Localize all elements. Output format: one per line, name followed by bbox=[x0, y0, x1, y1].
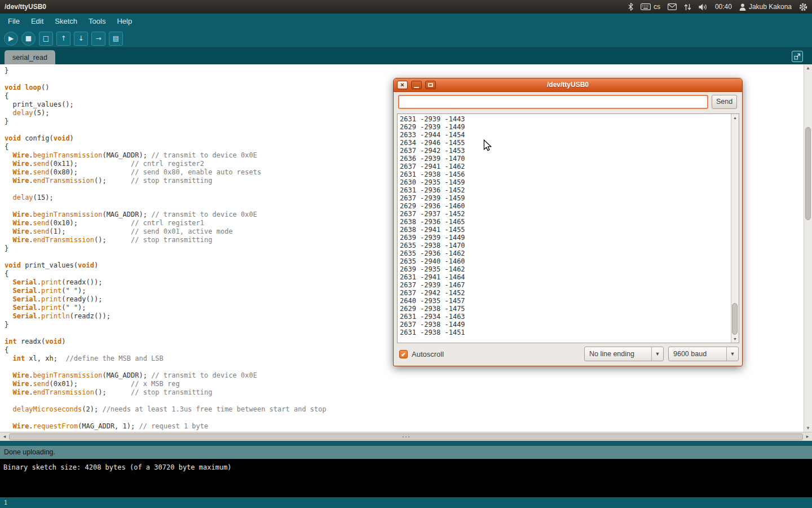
chevron-down-icon[interactable]: ▼ bbox=[651, 347, 663, 361]
minimize-button[interactable] bbox=[411, 81, 422, 89]
code-line[interactable]: Wire.beginTransmission(MAG_ADDR); // tra… bbox=[5, 371, 801, 380]
serial-output-line: 2631 -2936 -1452 bbox=[400, 186, 730, 194]
serial-output-line: 2637 -2941 -1462 bbox=[400, 163, 730, 170]
serial-output-line: 2635 -2940 -1460 bbox=[400, 257, 730, 265]
menu-sketch[interactable]: Sketch bbox=[49, 14, 83, 29]
menu-edit[interactable]: Edit bbox=[25, 14, 49, 29]
send-button[interactable]: Send bbox=[712, 95, 737, 109]
save-button[interactable]: ↓ bbox=[74, 32, 88, 46]
verify-button[interactable]: ▶ bbox=[4, 32, 18, 46]
serial-output-line: 2629 -2936 -1460 bbox=[400, 202, 730, 210]
line-number-indicator: 1 bbox=[4, 499, 7, 506]
tab-menu-button[interactable] bbox=[792, 51, 803, 62]
code-line[interactable]: Wire.requestFrom(MAG_ADDR, 1); // reques… bbox=[5, 422, 801, 431]
user-name: Jakub Kakona bbox=[749, 3, 792, 11]
window-title: /dev/ttyUSB0 bbox=[394, 78, 742, 91]
open-button[interactable]: ↑ bbox=[56, 32, 70, 46]
serial-send-input[interactable] bbox=[398, 95, 708, 109]
footer-bar: 1 bbox=[0, 497, 812, 508]
serial-output-line: 2629 -2938 -1475 bbox=[400, 305, 730, 313]
serial-monitor-button[interactable]: ▤ bbox=[109, 32, 123, 46]
serial-output-line: 2631 -2939 -1443 bbox=[400, 115, 730, 123]
user-menu[interactable]: Jakub Kakona bbox=[739, 3, 792, 11]
scroll-up-arrow-icon[interactable]: ▲ bbox=[804, 64, 812, 72]
build-console: Binary sketch size: 4208 bytes (of a 307… bbox=[0, 459, 812, 497]
serial-output-line: 2634 -2946 -1455 bbox=[400, 139, 730, 147]
menu-help[interactable]: Help bbox=[111, 14, 138, 29]
serial-output-line: 2633 -2944 -1454 bbox=[400, 131, 730, 139]
serial-output-line: 2639 -2935 -1462 bbox=[400, 265, 730, 273]
serial-output-line: 2637 -2938 -1449 bbox=[400, 321, 730, 329]
serial-output-line: 2631 -2938 -1451 bbox=[400, 329, 730, 336]
serial-output-line: 2638 -2936 -1465 bbox=[400, 218, 730, 226]
editor-vertical-scrollbar[interactable]: ▲ ▼ bbox=[804, 64, 812, 432]
tab-serial-read[interactable]: serial_read bbox=[5, 50, 55, 64]
serial-scrollbar-thumb[interactable] bbox=[732, 303, 738, 335]
separator-strip bbox=[0, 441, 812, 446]
line-ending-value: No line ending bbox=[589, 347, 650, 361]
stop-icon: ■ bbox=[25, 35, 32, 42]
menu-tools[interactable]: Tools bbox=[83, 14, 111, 29]
editor-scrollbar-thumb[interactable] bbox=[805, 127, 811, 220]
close-icon: × bbox=[400, 82, 404, 88]
toolbar-buttons: ▶■□↑↓→▤ bbox=[4, 32, 123, 46]
serial-scroll-up-icon[interactable]: ▲ bbox=[731, 114, 739, 121]
autoscroll-checkbox[interactable]: ✔ bbox=[399, 350, 408, 358]
panel-indicators: cs 00:40 Jakub Kakona bbox=[628, 3, 807, 11]
serial-output-line: 2637 -2939 -1467 bbox=[400, 281, 730, 289]
scroll-down-arrow-icon[interactable]: ▼ bbox=[804, 424, 812, 432]
serial-monitor-controls: ✔ Autoscroll No line ending ▼ 9600 baud … bbox=[394, 342, 742, 366]
code-line[interactable]: delayMicroseconds(2); //needs at least 1… bbox=[5, 405, 801, 414]
serial-output-line: 2630 -2935 -1459 bbox=[400, 178, 730, 186]
send-label: Send bbox=[716, 98, 732, 106]
bluetooth-indicator[interactable] bbox=[628, 3, 633, 11]
clock-text: 00:40 bbox=[715, 3, 732, 11]
serial-output-lines: 2631 -2939 -14432629 -2939 -14492633 -29… bbox=[400, 115, 730, 336]
code-line[interactable]: Wire.endTransmission(); // stop transmit… bbox=[5, 388, 801, 397]
panel-window-title: /dev/ttyUSB0 bbox=[5, 3, 46, 11]
editor-horizontal-scrollbar[interactable]: ◂ ▸ bbox=[0, 432, 812, 441]
network-sync-icon bbox=[684, 3, 691, 11]
scroll-right-arrow-icon[interactable]: ▸ bbox=[803, 432, 812, 441]
clock[interactable]: 00:40 bbox=[715, 3, 732, 11]
keyboard-layout-code: cs bbox=[654, 3, 660, 11]
code-line[interactable] bbox=[5, 397, 801, 405]
autoscroll-label: Autoscroll bbox=[412, 350, 444, 358]
keyboard-layout-indicator[interactable]: cs bbox=[641, 3, 660, 11]
status-text: Done uploading. bbox=[4, 448, 55, 456]
serial-output-line: 2631 -2941 -1464 bbox=[400, 273, 730, 281]
volume-indicator[interactable] bbox=[699, 3, 708, 11]
serial-output-line: 2638 -2941 -1455 bbox=[400, 226, 730, 234]
baud-rate-dropdown[interactable]: 9600 baud ▼ bbox=[668, 347, 739, 361]
new-sketch-button[interactable]: □ bbox=[39, 32, 53, 46]
close-button[interactable]: × bbox=[397, 81, 408, 89]
horizontal-scrollbar-thumb[interactable] bbox=[9, 433, 803, 440]
maximize-button[interactable] bbox=[425, 81, 436, 89]
serial-output-line: 2635 -2936 -1462 bbox=[400, 249, 730, 257]
code-line[interactable]: } bbox=[5, 67, 801, 75]
serial-output-area[interactable]: 2631 -2939 -14432629 -2939 -14492633 -29… bbox=[397, 113, 739, 343]
line-ending-dropdown[interactable]: No line ending ▼ bbox=[584, 347, 664, 361]
stop-button[interactable]: ■ bbox=[21, 32, 36, 46]
serial-output-scrollbar[interactable]: ▲ ▼ bbox=[731, 114, 739, 343]
chevron-down-icon[interactable]: ▼ bbox=[726, 347, 738, 361]
baud-rate-value: 9600 baud bbox=[673, 347, 725, 361]
scroll-left-arrow-icon[interactable]: ◂ bbox=[0, 432, 9, 441]
serial-output-line: 2636 -2939 -1470 bbox=[400, 155, 730, 163]
serial-output-line: 2635 -2938 -1470 bbox=[400, 242, 730, 249]
window-titlebar[interactable]: × /dev/ttyUSB0 bbox=[394, 78, 742, 92]
status-bar: Done uploading. bbox=[0, 446, 812, 459]
message-indicator[interactable] bbox=[668, 3, 677, 10]
gear-icon bbox=[799, 3, 807, 11]
session-menu[interactable] bbox=[799, 3, 807, 11]
code-line[interactable]: Wire.send(0x01); // x MSB reg bbox=[5, 380, 801, 388]
code-line[interactable] bbox=[5, 414, 801, 422]
open-icon: ↑ bbox=[60, 35, 66, 42]
console-text: Binary sketch size: 4208 bytes (of a 307… bbox=[3, 463, 232, 471]
network-indicator[interactable] bbox=[684, 3, 691, 11]
upload-button[interactable]: → bbox=[91, 32, 105, 46]
menu-file[interactable]: File bbox=[2, 14, 25, 29]
window-controls: × bbox=[397, 81, 436, 89]
top-panel: /dev/ttyUSB0 cs 00:40 Jakub Kakona bbox=[0, 0, 812, 14]
keyboard-icon bbox=[641, 3, 651, 10]
